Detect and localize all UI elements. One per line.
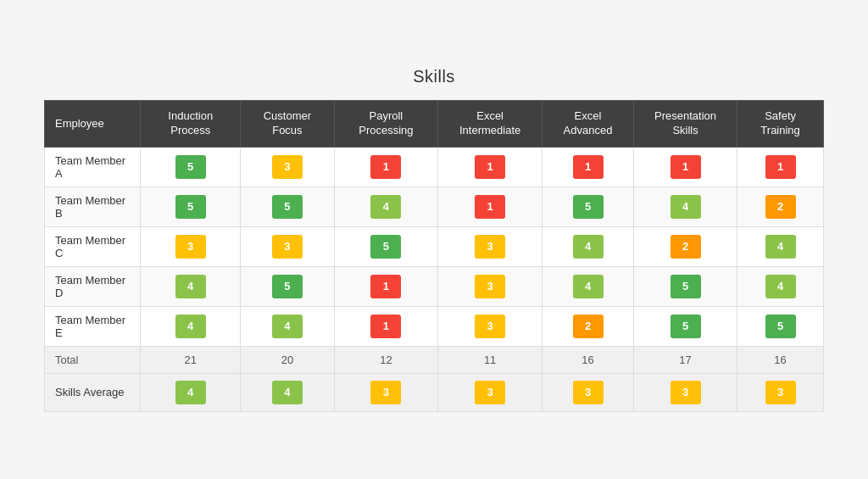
employee-name: Team Member B [45,187,141,226]
skill-value: 4 [272,315,303,338]
table-row: Team Member B5541542 [45,187,824,226]
skill-cell: 4 [141,306,241,346]
skill-cell: 1 [542,147,634,187]
skill-cell: 5 [241,266,334,306]
total-cell: 20 [241,346,334,373]
skill-cell: 3 [438,306,542,346]
total-cell: 16 [542,346,634,373]
skill-cell: 4 [542,226,634,266]
skill-value: 4 [573,275,604,298]
skill-cell: 5 [334,226,438,266]
average-cell: 3 [542,373,634,411]
average-cell: 4 [241,373,334,411]
skill-value: 4 [175,275,206,298]
skill-value: 1 [475,155,505,179]
col-header-safety: Safety Training [737,101,824,148]
table-header: EmployeeInduction ProcessCustomer FocusP… [45,101,824,148]
skill-value: 4 [175,315,206,338]
employee-name: Team Member D [45,266,141,306]
skill-cell: 5 [141,147,241,187]
skill-value: 1 [370,155,401,179]
skill-cell: 1 [633,147,737,187]
page-title: Skills [44,67,824,86]
skill-value: 2 [573,315,604,338]
skill-cell: 1 [334,266,438,306]
employee-name: Team Member A [45,147,141,187]
average-cell: 3 [737,373,824,411]
skill-cell: 3 [141,226,241,266]
col-header-customer: Customer Focus [241,101,334,148]
skill-cell: 5 [633,306,737,346]
skill-cell: 3 [241,147,334,187]
table-row: Team Member E4413255 [45,306,824,346]
table-row: Team Member D4513454 [45,266,824,306]
skill-value: 5 [175,155,206,179]
skill-cell: 1 [737,147,824,187]
skill-value: 3 [475,235,505,259]
table-row: Team Member A5311111 [45,147,824,187]
skill-value: 5 [670,315,701,338]
skill-cell: 4 [737,226,824,266]
average-cell: 3 [633,373,737,411]
total-cell: 17 [633,346,737,373]
skill-value: 1 [573,155,604,179]
total-cell: 12 [334,346,438,373]
average-cell: 3 [438,373,542,411]
skill-cell: 4 [241,306,334,346]
average-value: 4 [272,381,303,404]
skill-value: 1 [765,155,796,179]
skill-value: 1 [370,275,401,298]
average-label: Skills Average [45,373,141,411]
average-value: 3 [765,381,796,404]
skill-value: 5 [670,275,701,298]
col-header-excel_int: Excel Intermediate [438,101,542,148]
average-value: 3 [370,381,401,404]
col-header-excel_adv: Excel Advanced [542,101,634,148]
skill-value: 3 [475,315,505,338]
skill-cell: 5 [737,306,824,346]
average-value: 4 [175,381,206,404]
skill-value: 3 [272,235,303,259]
skill-cell: 5 [141,187,241,226]
total-row: Total21201211161716 [45,346,824,373]
table-row: Team Member C3353424 [45,226,824,266]
skill-value: 3 [175,235,206,259]
skill-cell: 1 [438,147,542,187]
skill-value: 4 [370,195,401,219]
total-cell: 21 [141,346,241,373]
skill-value: 2 [765,195,796,219]
average-cell: 4 [141,373,241,411]
average-value: 3 [573,381,604,404]
skill-value: 3 [475,275,505,298]
skill-cell: 1 [334,147,438,187]
skill-cell: 4 [633,187,737,226]
skill-value: 4 [573,235,604,259]
skill-value: 3 [272,155,303,179]
average-value: 3 [475,381,505,404]
skill-cell: 1 [438,187,542,226]
skill-cell: 5 [633,266,737,306]
skill-value: 4 [765,275,796,298]
skill-cell: 2 [542,306,634,346]
employee-name: Team Member E [45,306,141,346]
col-header-employee: Employee [45,101,141,148]
skill-cell: 5 [241,187,334,226]
skill-value: 1 [370,315,401,338]
employee-name: Team Member C [45,226,141,266]
skill-value: 5 [272,195,303,219]
skill-cell: 2 [737,187,824,226]
skill-value: 5 [765,315,796,338]
average-row: Skills Average4433333 [45,373,824,411]
skill-value: 2 [670,235,701,259]
total-label: Total [45,346,141,373]
col-header-presentation: Presentation Skills [633,101,737,148]
average-cell: 3 [334,373,438,411]
skills-table: EmployeeInduction ProcessCustomer FocusP… [44,100,824,412]
skill-value: 5 [175,195,206,219]
skill-cell: 4 [737,266,824,306]
skill-value: 5 [272,275,303,298]
col-header-induction: Induction Process [141,101,241,148]
skill-cell: 5 [542,187,634,226]
skill-cell: 3 [241,226,334,266]
skill-cell: 4 [334,187,438,226]
